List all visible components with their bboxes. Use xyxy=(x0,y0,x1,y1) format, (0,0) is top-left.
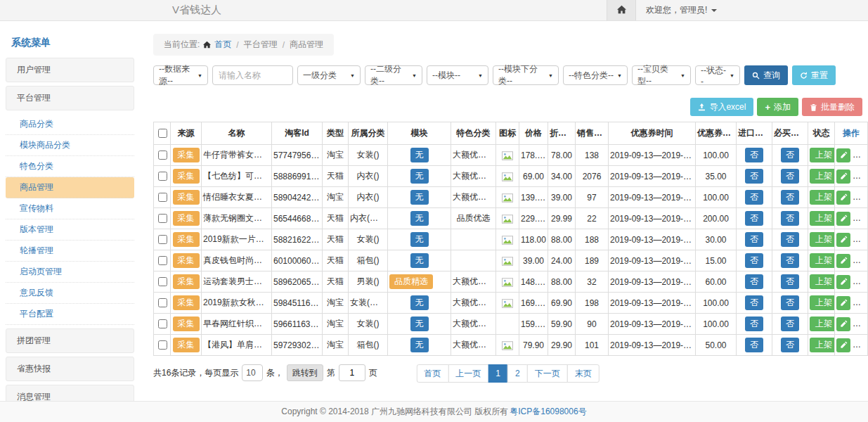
must-buy-badge[interactable]: 否 xyxy=(781,274,799,289)
import-select-badge[interactable]: 否 xyxy=(745,190,763,205)
breadcrumb-home-link[interactable]: 首页 xyxy=(214,39,231,51)
reset-button[interactable]: 重置 xyxy=(792,65,836,85)
sidebar-subitem[interactable]: 版本管理 xyxy=(6,219,134,241)
name-filter-input[interactable] xyxy=(212,65,293,85)
source-badge[interactable]: 采集 xyxy=(173,148,200,162)
sidebar-group[interactable]: 用户管理 xyxy=(6,58,134,82)
status-badge[interactable]: 上架 xyxy=(810,148,835,162)
must-buy-badge[interactable]: 否 xyxy=(781,295,799,310)
source-badge[interactable]: 采集 xyxy=(173,316,200,331)
sidebar-subitem[interactable]: 特色分类 xyxy=(6,156,134,177)
module-badge[interactable]: 无 xyxy=(410,190,429,205)
module-badge[interactable]: 无 xyxy=(410,316,429,331)
module-badge[interactable]: 无 xyxy=(410,253,429,268)
module-badge[interactable]: 无 xyxy=(410,295,429,310)
import-select-badge[interactable]: 否 xyxy=(745,211,763,226)
sidebar-subitem[interactable]: 启动页管理 xyxy=(6,262,134,283)
filter-select[interactable]: --宝贝类型--▼ xyxy=(632,65,691,85)
source-badge[interactable]: 采集 xyxy=(173,232,200,247)
icp-link[interactable]: 粤ICP备16098006号 xyxy=(510,406,586,418)
status-badge[interactable]: 上架 xyxy=(810,232,835,247)
module-badge[interactable]: 无 xyxy=(410,148,429,162)
edit-button[interactable] xyxy=(836,191,850,205)
sidebar-subitem[interactable]: 宣传物料 xyxy=(6,198,134,219)
page-button[interactable]: 下一页 xyxy=(527,364,568,383)
row-checkbox[interactable] xyxy=(158,235,167,244)
page-button[interactable]: 上一页 xyxy=(448,364,488,383)
filter-select[interactable]: --特色分类--▼ xyxy=(563,65,628,85)
jump-button[interactable]: 跳转到 xyxy=(287,364,323,381)
row-checkbox[interactable] xyxy=(158,256,167,265)
sidebar-group[interactable]: 平台管理 xyxy=(6,86,134,110)
import-select-badge[interactable]: 否 xyxy=(745,169,763,184)
page-button[interactable]: 1 xyxy=(488,364,508,383)
row-checkbox[interactable] xyxy=(158,340,167,350)
search-button[interactable]: 查询 xyxy=(744,65,788,85)
sidebar-group[interactable]: 拼团管理 xyxy=(6,328,134,353)
sidebar-subitem[interactable]: 意见反馈 xyxy=(6,283,134,304)
source-badge[interactable]: 采集 xyxy=(173,190,200,205)
row-checkbox[interactable] xyxy=(158,172,167,181)
source-badge[interactable]: 采集 xyxy=(173,253,200,268)
sidebar-subitem[interactable]: 商品分类 xyxy=(6,114,134,135)
status-badge[interactable]: 上架 xyxy=(810,316,835,331)
page-button[interactable]: 2 xyxy=(507,364,528,383)
sidebar-group[interactable]: 消息管理 xyxy=(6,385,134,401)
page-button[interactable]: 首页 xyxy=(416,364,448,383)
import-select-badge[interactable]: 否 xyxy=(745,316,763,331)
filter-select[interactable]: --数据来源--▼ xyxy=(153,65,208,85)
edit-button[interactable] xyxy=(836,338,850,352)
import-select-badge[interactable]: 否 xyxy=(745,338,763,352)
select-all-checkbox[interactable] xyxy=(158,129,167,138)
filter-select[interactable]: --二级分类--▼ xyxy=(365,65,422,85)
status-badge[interactable]: 上架 xyxy=(810,253,835,268)
status-badge[interactable]: 上架 xyxy=(810,211,835,226)
filter-select[interactable]: 一级分类▼ xyxy=(297,65,361,85)
import-excel-button[interactable]: 导入excel xyxy=(690,98,753,116)
home-button[interactable] xyxy=(607,0,636,20)
edit-button[interactable] xyxy=(836,170,850,184)
must-buy-badge[interactable]: 否 xyxy=(781,190,799,205)
source-badge[interactable]: 采集 xyxy=(173,211,200,226)
edit-button[interactable] xyxy=(836,275,850,289)
row-checkbox[interactable] xyxy=(158,193,167,202)
status-badge[interactable]: 上架 xyxy=(810,338,835,352)
filter-select[interactable]: --模块--▼ xyxy=(427,65,488,85)
import-select-badge[interactable]: 否 xyxy=(745,253,763,268)
add-button[interactable]: + 添加 xyxy=(757,98,798,116)
status-badge[interactable]: 上架 xyxy=(810,169,835,184)
module-badge[interactable]: 品质精选 xyxy=(389,274,433,289)
module-badge[interactable]: 无 xyxy=(410,169,429,184)
edit-button[interactable] xyxy=(836,317,850,331)
status-badge[interactable]: 上架 xyxy=(810,190,835,205)
sidebar-subitem[interactable]: 轮播管理 xyxy=(6,241,134,262)
row-checkbox[interactable] xyxy=(158,277,167,286)
edit-button[interactable] xyxy=(836,148,850,162)
status-badge[interactable]: 上架 xyxy=(810,295,835,310)
sidebar-group[interactable]: 省惠快报 xyxy=(6,357,134,381)
sidebar-subitem[interactable]: 平台配置 xyxy=(6,304,134,325)
module-badge[interactable]: 无 xyxy=(410,211,429,226)
module-badge[interactable]: 无 xyxy=(410,232,429,247)
import-select-badge[interactable]: 否 xyxy=(745,148,763,162)
must-buy-badge[interactable]: 否 xyxy=(781,253,799,268)
import-select-badge[interactable]: 否 xyxy=(745,295,763,310)
module-badge[interactable]: 无 xyxy=(410,338,429,352)
jump-page-input[interactable] xyxy=(339,364,365,381)
source-badge[interactable]: 采集 xyxy=(173,295,200,310)
source-badge[interactable]: 采集 xyxy=(173,169,200,184)
sidebar-subitem[interactable]: 商品管理 xyxy=(6,177,134,198)
edit-button[interactable] xyxy=(836,212,850,226)
row-checkbox[interactable] xyxy=(158,151,167,160)
filter-select[interactable]: --模块下分类--▼ xyxy=(493,65,559,85)
per-page-select[interactable]: 10 xyxy=(242,364,262,381)
status-badge[interactable]: 上架 xyxy=(810,274,835,289)
user-menu[interactable]: 欢迎您，管理员! xyxy=(646,4,717,16)
edit-button[interactable] xyxy=(836,296,850,310)
batch-delete-button[interactable]: 批量删除 xyxy=(802,98,862,116)
page-button[interactable]: 末页 xyxy=(567,364,600,383)
must-buy-badge[interactable]: 否 xyxy=(781,148,799,162)
import-select-badge[interactable]: 否 xyxy=(745,232,763,247)
edit-button[interactable] xyxy=(836,254,850,268)
filter-select[interactable]: --状态--▼ xyxy=(695,65,740,85)
